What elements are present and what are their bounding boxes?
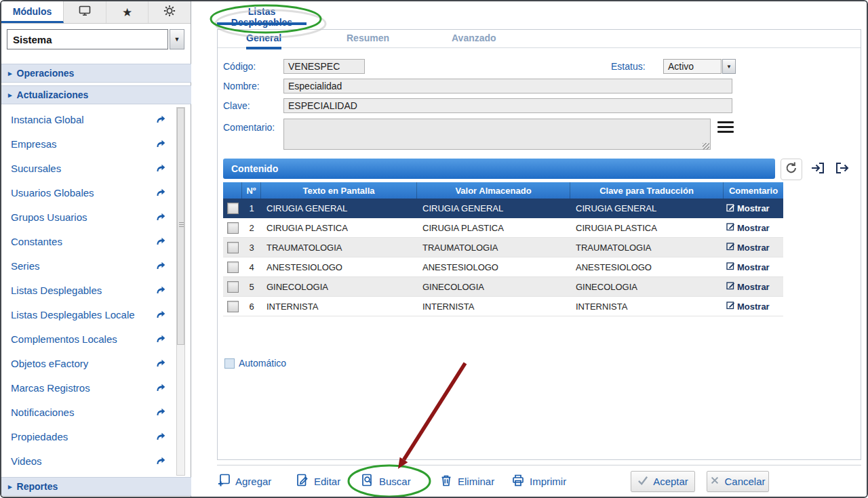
imprimir-button[interactable]: Imprimir [511,474,566,489]
sidebar-item-label: Marcas Registros [11,382,90,394]
table-row[interactable]: 5 GINECOLOGIA GINECOLOGIA GINECOLOGIA Mo… [223,277,783,297]
tab-screens[interactable] [64,1,106,23]
jump-arrow-icon [156,431,165,442]
mostrar-link[interactable]: Mostrar [724,242,783,253]
mostrar-link[interactable]: Mostrar [724,301,783,312]
import-button[interactable] [809,161,827,178]
export-icon-button[interactable] [833,161,851,178]
subtab-strip: General Resumen Avanzado [218,30,861,48]
sidebar-scrollbar[interactable] [176,107,185,476]
col-num[interactable]: Nº [242,182,261,199]
agregar-button[interactable]: Agregar [217,474,271,489]
jump-arrow-icon [156,333,165,345]
tab-resumen[interactable]: Resumen [347,33,389,47]
mostrar-link[interactable]: Mostrar [724,281,783,292]
sidebar-item-complementos-locales[interactable]: Complementos Locales [1,327,171,351]
sidebar-item-marcas-registros[interactable]: Marcas Registros [1,375,171,400]
tab-general[interactable]: General [246,33,281,49]
sidebar-item-objetos-efactory[interactable]: Objetos eFactory [1,351,171,375]
estatus-value: Activo [663,59,722,74]
buscar-button[interactable]: Buscar [361,474,411,489]
cell-clave: GINECOLOGIA [570,282,724,292]
sidebar-item-listas-desplegables-locales[interactable]: Listas Desplegables Locale [1,302,171,327]
jump-arrow-icon [156,455,165,467]
tab-favorites[interactable]: ★ [106,1,149,23]
mostrar-link[interactable]: Mostrar [724,262,783,272]
section-operaciones[interactable]: ▸ Operaciones [1,64,191,83]
contenido-table: Nº Texto en Pantalla Valor Almacenado Cl… [223,182,783,316]
sidebar-item-constantes[interactable]: Constantes [1,229,171,253]
cancelar-label: Cancelar [724,476,765,487]
module-selector: Sistema ▼ [7,29,184,49]
cell-valor: CIRUGIA GENERAL [417,203,570,213]
sidebar-item-instancia-global[interactable]: Instancia Global [1,107,171,131]
cancelar-button[interactable]: Cancelar [707,471,769,492]
mostrar-link[interactable]: Mostrar [724,203,783,214]
sidebar-item-empresas[interactable]: Empresas [1,131,171,156]
sidebar-item-listas-desplegables[interactable]: Listas Desplegables [1,278,171,302]
trash-icon [439,474,453,489]
module-selector-value[interactable]: Sistema [7,29,168,49]
edit-icon [296,474,309,489]
add-icon [217,474,231,489]
section-label: Actualizaciones [17,89,89,100]
tab-settings[interactable] [149,1,191,23]
codigo-input[interactable] [283,59,365,74]
comentario-textarea[interactable] [283,119,711,150]
sidebar-item-propiedades[interactable]: Propiedades [1,424,171,449]
sidebar-item-notificaciones[interactable]: Notificaciones [1,400,171,424]
sidebar-item-videos[interactable]: Videos [1,449,171,473]
row-checkbox[interactable] [223,301,242,312]
mostrar-label: Mostrar [737,262,770,272]
row-checkbox[interactable] [223,281,242,293]
row-checkbox[interactable] [223,262,242,273]
resize-grip-icon[interactable] [703,143,709,150]
col-texto[interactable]: Texto en Pantalla [261,182,417,199]
refresh-button[interactable] [781,159,802,180]
estatus-select[interactable]: Activo ▼ [663,59,736,74]
checkbox-icon [227,281,239,293]
table-row[interactable]: 4 ANESTESIOLOGO ANESTESIOLOGO ANESTESIOL… [223,257,783,277]
gear-icon [163,5,176,20]
section-reportes[interactable]: ▸ Reportes [1,477,191,496]
sidebar-item-usuarios-globales[interactable]: Usuarios Globales [1,180,171,205]
x-icon [710,476,719,487]
mostrar-label: Mostrar [737,302,770,312]
table-row[interactable]: 6 INTERNISTA INTERNISTA INTERNISTA Mostr… [223,297,783,316]
row-checkbox[interactable] [223,242,242,253]
cell-clave: CIRUGIA PLASTICA [570,223,724,233]
mostrar-link[interactable]: Mostrar [724,222,783,233]
note-icon [726,242,735,253]
menu-icon[interactable] [717,121,734,136]
clave-input[interactable] [283,98,732,113]
estatus-label: Estatus: [611,61,646,72]
tab-avanzado[interactable]: Avanzado [452,33,496,47]
nombre-input[interactable] [283,79,732,94]
row-checkbox[interactable] [223,222,242,234]
col-comentario[interactable]: Comentario [724,182,783,199]
col-clave[interactable]: Clave para Traducción [570,182,724,199]
dropdown-arrow-icon[interactable]: ▼ [170,29,184,49]
scrollbar-thumb[interactable] [177,108,184,345]
col-valor[interactable]: Valor Almacenado [417,182,570,199]
row-checkbox[interactable] [223,203,242,214]
editar-button[interactable]: Editar [296,474,340,489]
tab-modulos[interactable]: Módulos [1,1,64,23]
eliminar-button[interactable]: Eliminar [439,474,494,489]
section-label: Operaciones [17,68,75,79]
dropdown-arrow-icon[interactable]: ▼ [722,59,736,74]
mostrar-label: Mostrar [737,203,770,213]
sidebar-item-series[interactable]: Series [1,253,171,278]
table-row[interactable]: 1 CIRUGIA GENERAL CIRUGIA GENERAL CIRUGI… [223,199,783,218]
sidebar-item-grupos-usuarios[interactable]: Grupos Usuarios [1,205,171,229]
sidebar-item-sucursales[interactable]: Sucursales [1,156,171,180]
star-icon: ★ [122,5,132,20]
table-row[interactable]: 2 CIRUGIA PLASTICA CIRUGIA PLASTICA CIRU… [223,218,783,238]
sidebar-item-label: Constantes [11,236,62,247]
sidebar-tab-strip: Módulos ★ [1,1,191,24]
aceptar-button[interactable]: Aceptar [631,471,695,492]
chevron-right-icon: ▸ [8,482,12,491]
section-actualizaciones[interactable]: ▸ Actualizaciones [1,85,191,104]
automatico-checkbox[interactable] [224,358,235,369]
table-row[interactable]: 3 TRAUMATOLOGIA TRAUMATOLOGIA TRAUMATOLO… [223,238,783,257]
